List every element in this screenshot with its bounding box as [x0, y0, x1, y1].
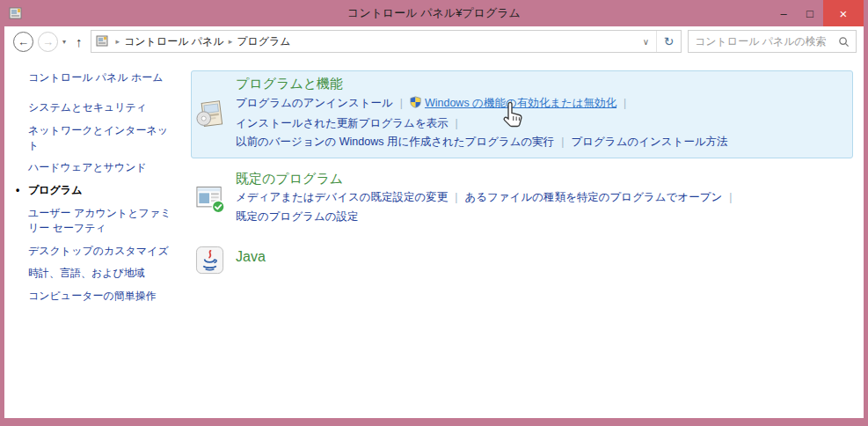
task-link-separator: |: [729, 191, 732, 203]
forward-button[interactable]: →: [38, 32, 58, 52]
section-title-programs-and-features[interactable]: プログラムと機能: [236, 76, 343, 92]
task-link[interactable]: 以前のバージョンの Windows 用に作成されたプログラムの実行: [236, 136, 554, 148]
task-link[interactable]: 既定のプログラムの設定: [236, 210, 359, 223]
control-panel-window: コントロール パネル¥プログラム – □ × ← → ▾ ↑ ▸ コントロール …: [0, 0, 868, 426]
sidebar-item[interactable]: デスクトップのカスタマイズ: [28, 244, 191, 259]
window-icon: [8, 5, 24, 21]
task-link[interactable]: プログラムのアンインストール: [236, 97, 393, 109]
sidebar-item[interactable]: •プログラム: [28, 183, 191, 198]
main-panel: プログラムと機能 プログラムのアンインストール|Windows の機能の有効化ま…: [191, 70, 864, 418]
sidebar-item[interactable]: ユーザー アカウントとファミリー セーフティ: [28, 206, 191, 236]
history-dropdown-icon[interactable]: ▾: [58, 38, 70, 46]
task-link[interactable]: あるファイルの種類を特定のプログラムでオープン: [464, 191, 722, 203]
section-java: Java: [191, 239, 853, 283]
window-controls: – □ ×: [770, 0, 864, 26]
task-row: メディアまたはデバイスの既定設定の変更|あるファイルの種類を特定のプログラムでオ…: [236, 188, 844, 226]
task-link[interactable]: メディアまたはデバイスの既定設定の変更: [236, 191, 448, 203]
content-area: コントロール パネル ホーム システムとセキュリティネットワークとインターネット…: [4, 56, 864, 418]
sidebar-item-control-panel-home[interactable]: コントロール パネル ホーム: [28, 70, 191, 85]
breadcrumb-item-programs[interactable]: プログラム: [237, 34, 290, 49]
software-box-icon: [195, 76, 226, 152]
default-programs-icon: [195, 171, 226, 226]
sidebar-item[interactable]: コンピューターの簡単操作: [28, 289, 191, 304]
close-button[interactable]: ×: [823, 0, 864, 26]
sidebar-item[interactable]: ネットワークとインターネット: [28, 123, 191, 153]
task-link-separator: |: [624, 97, 626, 109]
sidebar-item[interactable]: ハードウェアとサウンド: [28, 160, 191, 175]
task-row: 以前のバージョンの Windows 用に作成されたプログラムの実行|プログラムの…: [236, 133, 844, 151]
active-bullet-icon: •: [16, 183, 19, 198]
section-default-programs: 既定のプログラム メディアまたはデバイスの既定設定の変更|あるファイルの種類を特…: [191, 165, 853, 232]
window-title: コントロール パネル¥プログラム: [4, 5, 864, 21]
task-link[interactable]: インストールされた更新プログラムを表示: [236, 117, 449, 129]
task-link-separator: |: [561, 136, 564, 148]
maximize-button[interactable]: □: [797, 0, 823, 26]
breadcrumb-item-control-panel[interactable]: コントロール パネル: [124, 34, 224, 49]
task-link-separator: |: [400, 97, 403, 109]
java-icon: [195, 245, 226, 276]
breadcrumb-separator-icon: ▸: [112, 37, 125, 46]
task-link-separator: |: [456, 117, 458, 129]
sidebar-item[interactable]: 時計、言語、および地域: [28, 266, 191, 281]
task-link[interactable]: Windows の機能の有効化または無効化: [410, 97, 616, 109]
task-links-default-programs: メディアまたはデバイスの既定設定の変更|あるファイルの種類を特定のプログラムでオ…: [236, 188, 844, 226]
toolbar: ← → ▾ ↑ ▸ コントロール パネル ▸ プログラム ∨ ↻ コントロール …: [4, 26, 864, 56]
task-links-programs-and-features: プログラムのアンインストール|Windows の機能の有効化または無効化|インス…: [236, 94, 844, 152]
search-icon: [838, 36, 850, 48]
uac-shield-icon: [410, 96, 421, 114]
search-input[interactable]: コントロール パネルの検索: [695, 34, 838, 49]
up-button[interactable]: ↑: [70, 34, 91, 49]
titlebar: コントロール パネル¥プログラム – □ ×: [4, 0, 864, 26]
section-programs-and-features: プログラムと機能 プログラムのアンインストール|Windows の機能の有効化ま…: [191, 70, 853, 158]
refresh-button[interactable]: ↻: [656, 31, 681, 52]
sidebar-item[interactable]: システムとセキュリティ: [28, 100, 191, 115]
task-row: プログラムのアンインストール|Windows の機能の有効化または無効化|インス…: [236, 94, 844, 134]
address-dropdown-icon[interactable]: ∨: [636, 37, 656, 47]
task-link[interactable]: プログラムのインストール方法: [571, 136, 727, 148]
breadcrumb-location-icon: [96, 34, 110, 48]
address-bar[interactable]: ▸ コントロール パネル ▸ プログラム ∨ ↻: [91, 30, 682, 53]
task-link-separator: |: [455, 191, 457, 203]
search-box[interactable]: コントロール パネルの検索: [688, 30, 857, 53]
window-client-area: ← → ▾ ↑ ▸ コントロール パネル ▸ プログラム ∨ ↻ コントロール …: [4, 26, 864, 418]
section-title-default-programs[interactable]: 既定のプログラム: [236, 171, 343, 187]
section-title-java[interactable]: Java: [236, 248, 266, 266]
sidebar: コントロール パネル ホーム システムとセキュリティネットワークとインターネット…: [4, 70, 191, 418]
back-button[interactable]: ←: [13, 32, 33, 52]
minimize-button[interactable]: –: [770, 0, 797, 26]
sidebar-category-list: システムとセキュリティネットワークとインターネットハードウェアとサウンド•プログ…: [28, 100, 191, 304]
breadcrumb-separator-icon: ▸: [224, 37, 237, 46]
